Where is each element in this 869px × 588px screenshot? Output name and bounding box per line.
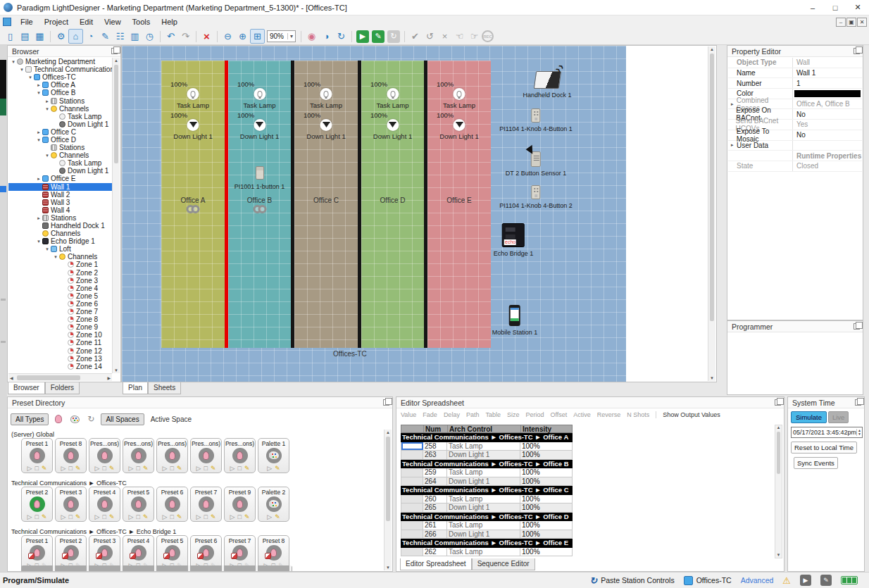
task-lamp-icon[interactable] — [254, 88, 265, 100]
popout-icon[interactable] — [855, 399, 861, 406]
property-row[interactable]: ▸ User Data — [728, 141, 862, 151]
task-lamp-icon[interactable] — [387, 88, 399, 100]
tree-item[interactable]: Zone 11 — [8, 339, 112, 346]
plan-tab[interactable]: Plan — [123, 382, 148, 394]
popout-icon[interactable] — [383, 399, 389, 406]
plan-vertical-scrollbar[interactable]: ▲▼ — [708, 46, 715, 381]
spreadsheet-row[interactable]: 263 Down Light 1 100% — [401, 451, 573, 460]
tree-expander[interactable]: ▾ — [35, 237, 42, 245]
edit-status-button[interactable]: ✎ — [820, 575, 832, 586]
popout-icon[interactable] — [775, 399, 781, 406]
intensity-cell[interactable]: 100% — [520, 548, 572, 556]
preset-vertical-scrollbar[interactable]: ▲▼ — [384, 430, 392, 570]
tree-item[interactable]: Zone 1 — [8, 261, 112, 268]
keypad-device-2[interactable]: PI1104 1-Knob 4-Button 2 — [499, 185, 572, 209]
property-row[interactable]: Object Type Wall — [728, 58, 862, 68]
row-selector-cell[interactable] — [401, 530, 423, 539]
menu-item[interactable]: Edit — [74, 16, 99, 27]
all-types-filter-button[interactable]: All Types — [11, 413, 49, 425]
sync-events-button[interactable]: Sync Events — [794, 457, 838, 469]
warning-icon[interactable]: ⚠ — [782, 575, 791, 586]
tree-expander[interactable]: ▾ — [10, 58, 17, 65]
system-time-input[interactable]: 05/17/2021 3:45:42pm ▲▼ — [791, 427, 863, 438]
spreadsheet-mode-button[interactable]: N Shots — [627, 411, 649, 418]
tree-item[interactable]: ▾ Echo Bridge 1 — [8, 237, 112, 245]
play-preset-icon[interactable]: ▷ — [163, 465, 168, 472]
intensity-cell[interactable]: 100% — [520, 442, 572, 451]
preset-button[interactable]: Pres...ons) ▷ □ ✎ — [89, 438, 120, 473]
play-preset-icon[interactable]: ▷ — [95, 465, 100, 472]
design-button[interactable]: ✎ — [98, 29, 113, 44]
play-preset-icon[interactable]: ▷ — [95, 513, 100, 520]
record-preset-icon[interactable]: □ — [102, 465, 106, 472]
new-file-button[interactable]: ▯ — [3, 29, 18, 44]
property-row[interactable]: State Closed — [728, 161, 862, 172]
spreadsheet-row[interactable]: 260 Task Lamp 100% — [401, 495, 573, 504]
intensity-cell[interactable]: 100% — [520, 521, 572, 530]
record-button[interactable]: REC — [482, 30, 494, 42]
channel-name-cell[interactable]: Task Lamp — [447, 521, 520, 530]
intensity-cell[interactable]: 100% — [520, 468, 572, 477]
preset-button[interactable]: Preset 4 ▷ □ ✎ — [89, 487, 120, 522]
edit-preset-icon[interactable]: ✎ — [42, 465, 47, 472]
tree-item[interactable]: Handheld Dock 1 — [8, 222, 112, 230]
channel-name-cell[interactable]: Down Light 1 — [447, 451, 520, 459]
row-selector-cell[interactable] — [401, 468, 423, 477]
office-zone[interactable]: 100% Task Lamp 100% Down Light 1 PI1001 … — [228, 61, 291, 348]
edit-preset-icon[interactable]: ✎ — [109, 513, 115, 520]
tree-item[interactable]: ▾ Marketing Department — [8, 58, 112, 65]
row-selector-cell[interactable] — [401, 451, 423, 459]
grab-button[interactable]: ☜ — [452, 29, 467, 44]
play-preset-icon[interactable]: ▷ — [196, 513, 201, 520]
dashboard-button[interactable]: ◔ — [83, 29, 98, 44]
undo-button[interactable]: ↶ — [163, 29, 178, 44]
open-project-button[interactable]: ▤ — [18, 29, 32, 44]
tree-expander[interactable]: ▾ — [44, 105, 51, 113]
row-selector-cell[interactable] — [401, 548, 423, 556]
menu-item[interactable]: File — [15, 16, 39, 27]
down-light-icon[interactable] — [454, 119, 465, 131]
mobile-station-device[interactable]: Mobile Station 1 — [492, 305, 538, 336]
tree-item[interactable]: Wall 1 — [8, 183, 112, 191]
paste-station-controls-button[interactable]: ↻ Paste Station Controls — [589, 575, 674, 586]
play-preset-icon[interactable]: ▷ — [196, 465, 201, 472]
menu-item[interactable]: Tools — [127, 16, 156, 27]
play-preset-icon[interactable]: ▷ — [27, 513, 32, 520]
channel-number-cell[interactable]: 264 — [423, 477, 447, 486]
mdi-restore-button[interactable]: ▣ — [846, 18, 856, 27]
tree-item[interactable]: Zone 12 — [8, 346, 112, 354]
property-value[interactable]: Wall — [796, 58, 810, 66]
edit-preset-icon[interactable]: ✎ — [275, 513, 280, 520]
menu-item[interactable]: View — [99, 16, 127, 27]
show-output-values-button[interactable]: Show Output Values — [663, 411, 720, 418]
spreadsheet-mode-button[interactable]: Delay — [444, 411, 460, 418]
mdi-close-button[interactable]: ✕ — [857, 18, 867, 27]
grab-all-button[interactable]: ☞ — [467, 29, 482, 44]
spreadsheet-row[interactable]: 259 Task Lamp 100% — [401, 468, 573, 477]
preset-button[interactable]: Preset 1 ▷ □ ✎ — [21, 438, 53, 473]
browser-tab[interactable]: Folders — [45, 382, 80, 394]
tree-expander[interactable]: ▾ — [44, 151, 51, 159]
channel-number-cell[interactable]: 258 — [423, 442, 447, 451]
tree-expander[interactable]: ▾ — [18, 65, 25, 73]
browser-horizontal-scrollbar[interactable]: ◀▶ — [8, 373, 112, 381]
play-preset-icon[interactable]: ▷ — [163, 513, 168, 520]
save-button[interactable]: ▦ — [32, 29, 47, 44]
tree-expander[interactable]: ▸ — [44, 97, 51, 105]
play-preset-icon[interactable]: ▷ — [129, 465, 134, 472]
advanced-link[interactable]: Advanced — [741, 576, 774, 584]
channel-name-cell[interactable]: Down Light 1 — [447, 477, 520, 486]
tree-expander[interactable]: ▸ — [35, 175, 42, 182]
tree-expander[interactable]: ▾ — [35, 89, 42, 96]
delete-button[interactable]: × — [199, 29, 214, 44]
popout-icon[interactable] — [854, 48, 860, 54]
edit-mode-button[interactable]: ✎ — [372, 30, 385, 43]
play-mode-button[interactable]: ▶ — [356, 30, 369, 43]
property-value[interactable]: Office A, Office B — [796, 100, 850, 108]
spreadsheet-mode-button[interactable]: Active — [573, 411, 591, 418]
building-view-button[interactable]: ⌂ — [68, 29, 83, 44]
property-value[interactable]: Wall 1 — [796, 69, 815, 77]
wall-station-device[interactable]: PI1001 1-button 1 — [228, 166, 291, 190]
spreadsheet-row[interactable]: 261 Task Lamp 100% — [401, 521, 573, 530]
record-preset-icon[interactable]: □ — [170, 465, 173, 472]
